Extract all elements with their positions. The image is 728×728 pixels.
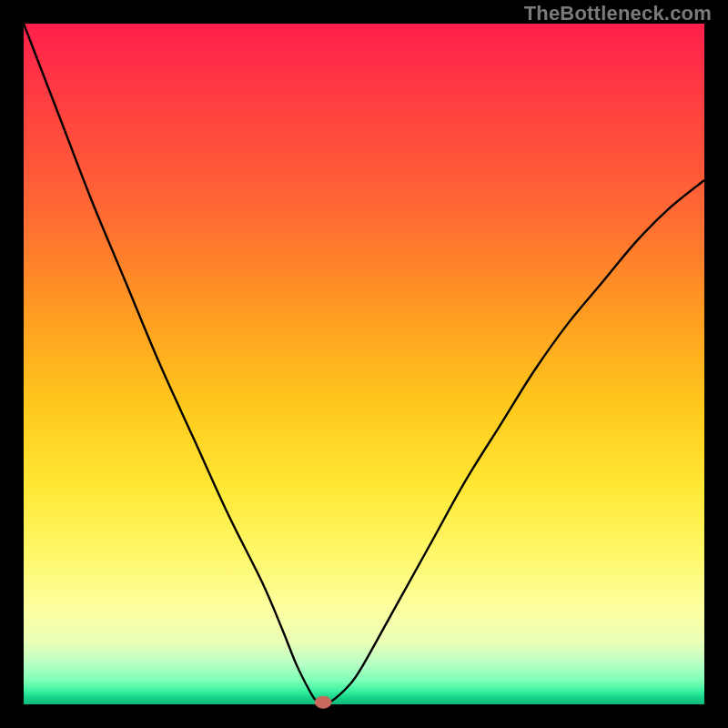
chart-svg (24, 24, 704, 704)
minimum-marker (315, 696, 331, 708)
watermark-text: TheBottleneck.com (524, 2, 712, 25)
chart-frame: TheBottleneck.com (0, 0, 728, 728)
plot-area (24, 24, 704, 704)
bottleneck-curve (24, 24, 704, 703)
